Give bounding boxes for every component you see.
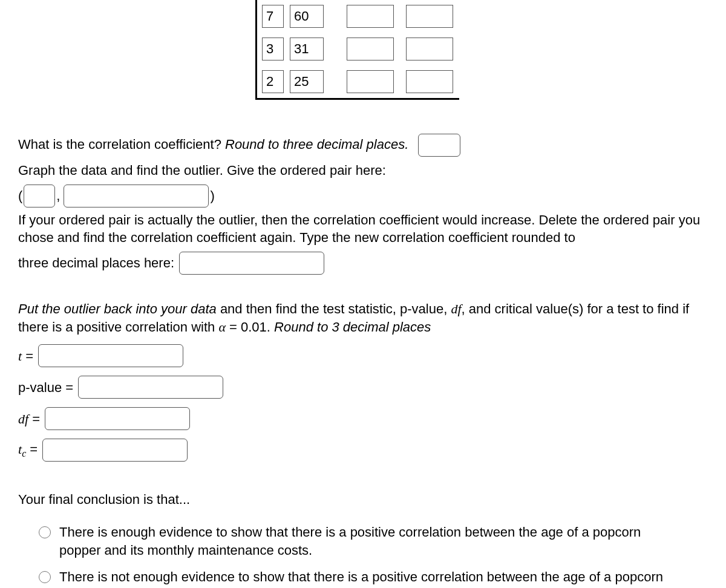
q1-text: What is the correlation coefficient?	[18, 137, 225, 152]
q2-text: Graph the data and find the outlier. Giv…	[18, 162, 708, 180]
cell-x: 7	[262, 5, 284, 28]
comma: ,	[56, 187, 60, 205]
q3-text: If your ordered pair is actually the out…	[18, 212, 700, 246]
cell-blank-a[interactable]	[347, 38, 394, 60]
eq: =	[26, 442, 38, 457]
tc-input[interactable]	[42, 439, 188, 462]
cell-blank-b[interactable]	[406, 38, 453, 60]
alpha-symbol: α	[218, 319, 226, 335]
cell-y: 60	[290, 5, 324, 28]
table-row: 3 31	[257, 33, 459, 65]
pair-x-input[interactable]	[24, 185, 55, 207]
q4-part4: .	[267, 319, 274, 335]
conclusion-radio-1[interactable]	[39, 526, 51, 538]
alpha-value: 0.01	[241, 319, 267, 335]
cell-blank-b[interactable]	[406, 70, 453, 93]
pvalue-label: p-value =	[18, 379, 73, 397]
ordered-pair-row: ( , )	[18, 185, 708, 207]
conclusion-option-2[interactable]: There is not enough evidence to show tha…	[59, 568, 684, 589]
conclusion-radio-2[interactable]	[39, 571, 51, 583]
q4-part1: Put the outlier back into your data	[18, 301, 217, 316]
cell-blank-b[interactable]	[406, 5, 453, 28]
open-paren: (	[18, 187, 22, 205]
table-row: 2 25	[257, 65, 459, 98]
cell-x: 2	[262, 70, 284, 93]
q4-eq: =	[226, 319, 241, 335]
df-input[interactable]	[45, 407, 190, 430]
question-test: Put the outlier back into your data and …	[18, 300, 708, 462]
q4-part2: and then find the test statistic, p-valu…	[217, 301, 451, 316]
df-label: df	[18, 411, 28, 426]
cell-y: 31	[290, 38, 324, 60]
pvalue-input[interactable]	[78, 376, 223, 399]
q1-hint: Round to three decimal places.	[225, 137, 408, 152]
q4-df: df	[451, 301, 461, 316]
conclusion-heading: Your final conclusion is that...	[18, 491, 708, 509]
cell-y: 25	[290, 70, 324, 93]
pair-y-input[interactable]	[64, 185, 209, 207]
q4-round: Round to 3 decimal places	[274, 319, 431, 335]
question-correlation: What is the correlation coefficient? Rou…	[18, 134, 708, 275]
t-input[interactable]	[38, 344, 183, 367]
table-row: 7 60	[257, 0, 459, 33]
cell-x: 3	[262, 38, 284, 60]
cell-blank-a[interactable]	[347, 5, 394, 28]
cell-blank-a[interactable]	[347, 70, 394, 93]
correlation-input[interactable]	[418, 134, 460, 157]
conclusion-section: Your final conclusion is that... There i…	[18, 491, 708, 588]
close-paren: )	[210, 187, 214, 205]
eq: =	[28, 411, 40, 426]
new-correlation-input[interactable]	[179, 252, 324, 275]
q3-text2: three decimal places here:	[18, 254, 174, 272]
data-table: 7 60 3 31 2 25	[255, 0, 459, 100]
conclusion-option-1[interactable]: There is enough evidence to show that th…	[59, 523, 684, 559]
eq: =	[22, 348, 33, 364]
